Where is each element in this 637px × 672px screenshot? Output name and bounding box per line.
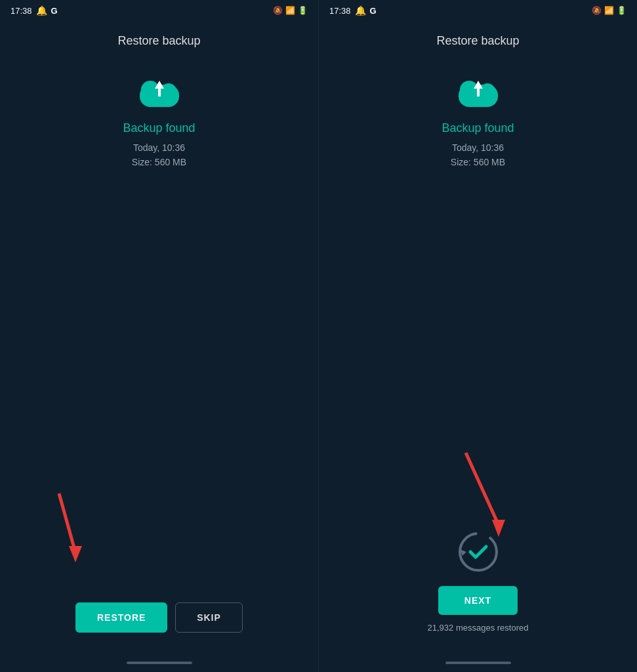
backup-size-right: Size: 560 MB	[451, 155, 505, 169]
svg-line-10	[466, 453, 499, 525]
next-button[interactable]: NEXT	[438, 586, 518, 615]
skip-button[interactable]: SKIP	[175, 602, 243, 633]
home-bar-right	[445, 662, 511, 664]
backup-meta-right: Today, 10:36 Size: 560 MB	[451, 140, 505, 170]
cloud-icon-left	[136, 74, 183, 111]
backup-meta-left: Today, 10:36 Size: 560 MB	[132, 140, 186, 170]
svg-point-1	[141, 81, 159, 99]
battery-icon-right: 🔋	[617, 6, 627, 15]
signal-icon-left: 🔔	[36, 5, 47, 16]
svg-line-4	[59, 494, 75, 553]
svg-point-2	[161, 83, 176, 99]
svg-marker-11	[492, 520, 505, 537]
mute-icon-left: 🔕	[273, 6, 283, 15]
messages-restored-label: 21,932 messages restored	[428, 623, 529, 633]
home-indicator-right	[319, 659, 637, 672]
brand-icon-left: G	[51, 6, 58, 16]
time-right: 17:38	[329, 6, 351, 16]
right-phone-panel: 17:38 🔔 G 🔕 📶 🔋 Restore backup Backup fo…	[319, 0, 637, 672]
backup-date-left: Today, 10:36	[132, 140, 186, 155]
status-right-left: 🔕 📶 🔋	[273, 6, 308, 15]
backup-size-left: Size: 560 MB	[132, 155, 186, 169]
page-title-left: Restore backup	[0, 21, 318, 54]
arrow-indicator-right	[446, 446, 531, 554]
svg-point-7	[460, 81, 478, 99]
time-left: 17:38	[10, 6, 32, 16]
signal-icon-right: 🔔	[355, 5, 366, 16]
svg-marker-5	[69, 546, 82, 562]
battery-icon-left: 🔋	[298, 6, 308, 15]
backup-found-label-right: Backup found	[442, 121, 514, 135]
buttons-row: RESTORE SKIP	[16, 602, 302, 633]
wifi-icon-left: 📶	[285, 6, 295, 15]
cloud-icon-right	[455, 74, 502, 111]
status-left: 17:38 🔔 G	[10, 5, 58, 16]
page-title-right: Restore backup	[319, 21, 637, 54]
arrow-indicator-left	[20, 487, 98, 575]
status-left-right: 17:38 🔔 G	[329, 5, 377, 16]
status-bar-left: 17:38 🔔 G 🔕 📶 🔋	[0, 0, 318, 21]
status-right-right: 🔕 📶 🔋	[592, 6, 627, 15]
home-indicator-left	[0, 659, 318, 672]
backup-date-right: Today, 10:36	[451, 140, 505, 155]
status-bar-right: 17:38 🔔 G 🔕 📶 🔋	[319, 0, 637, 21]
home-bar-left	[127, 662, 192, 664]
restore-button[interactable]: RESTORE	[75, 602, 167, 633]
left-phone-panel: 17:38 🔔 G 🔕 📶 🔋 Restore backup Backup fo…	[0, 0, 319, 672]
svg-point-8	[480, 83, 495, 99]
backup-found-label-left: Backup found	[123, 121, 195, 135]
brand-icon-right: G	[370, 6, 377, 16]
wifi-icon-right: 📶	[604, 6, 614, 15]
bottom-area-left: RESTORE SKIP	[0, 589, 318, 659]
mute-icon-right: 🔕	[592, 6, 602, 15]
